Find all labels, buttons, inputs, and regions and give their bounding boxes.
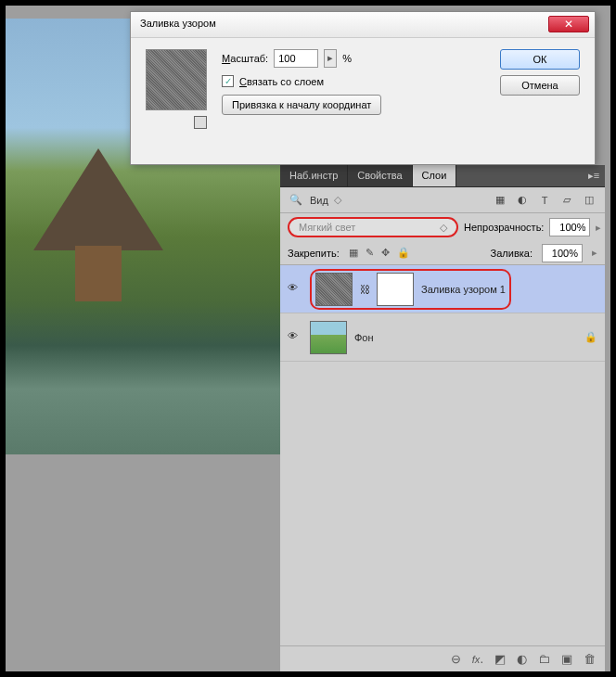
link-layer-checkbox[interactable] — [222, 75, 234, 87]
chevron-down-icon: ◇ — [440, 222, 447, 234]
filter-label: Вид — [310, 195, 328, 206]
tab-layers[interactable]: Слои — [413, 165, 457, 186]
lock-icon: 🔒 — [584, 331, 597, 343]
lock-transparent-icon[interactable]: ▦ — [349, 247, 358, 259]
link-mask-icon[interactable]: ⛓ — [360, 284, 369, 295]
dialog-title-text: Заливка узором — [140, 18, 216, 29]
layer-thumb-image[interactable] — [310, 321, 347, 354]
delete-layer-icon[interactable]: 🗑 — [584, 652, 596, 666]
filter-type-icon[interactable]: T — [536, 192, 553, 209]
fill-stepper-icon[interactable]: ▸ — [592, 247, 597, 259]
layer-name[interactable]: Фон — [354, 332, 374, 343]
layer-thumb-mask[interactable] — [377, 273, 414, 306]
search-icon[interactable]: 🔍 — [288, 192, 304, 209]
fill-input[interactable] — [542, 244, 583, 262]
opacity-input[interactable] — [549, 218, 590, 236]
panel-menu-icon[interactable]: ▸≡ — [583, 165, 605, 186]
lock-position-icon[interactable]: ✥ — [381, 247, 390, 259]
visibility-icon[interactable]: 👁 — [288, 282, 302, 297]
opacity-stepper-icon[interactable]: ▸ — [596, 222, 601, 234]
layer-row-background[interactable]: 👁 Фон 🔒 — [280, 313, 605, 362]
lock-label: Закрепить: — [288, 248, 340, 259]
close-button[interactable]: ✕ — [548, 16, 589, 32]
ok-button[interactable]: ОК — [500, 49, 580, 70]
layer-row-pattern-fill[interactable]: 👁 ⛓ Заливка узором 1 — [280, 265, 605, 313]
filter-pixel-icon[interactable]: ▦ — [492, 192, 508, 209]
cancel-button[interactable]: Отмена — [500, 75, 580, 96]
lock-all-icon[interactable]: 🔒 — [397, 247, 410, 259]
pattern-fill-dialog: Заливка узором ✕ ММасштаб:асштаб: ▸ % Св… — [130, 11, 596, 165]
scale-suffix: % — [342, 53, 352, 64]
fill-label: Заливка: — [491, 248, 533, 259]
dialog-titlebar[interactable]: Заливка узором ✕ — [131, 12, 595, 38]
blend-mode-value: Мягкий свет — [299, 222, 355, 233]
opacity-label: Непрозрачность: — [464, 222, 544, 233]
add-mask-icon[interactable]: ◩ — [494, 652, 506, 666]
scale-input[interactable] — [274, 49, 318, 68]
lock-pixels-icon[interactable]: ✎ — [366, 247, 374, 259]
panel-tabs: Наб.инстр Свойства Слои ▸≡ — [280, 165, 605, 187]
snap-origin-button[interactable]: Привязка к началу координат — [222, 95, 381, 115]
filter-shape-icon[interactable]: ▱ — [558, 192, 575, 209]
tab-tools[interactable]: Наб.инстр — [280, 165, 348, 186]
layer-name[interactable]: Заливка узором 1 — [421, 284, 506, 295]
filter-dropdown-icon[interactable]: ◇ — [334, 194, 341, 206]
filter-smart-icon[interactable]: ◫ — [581, 192, 597, 209]
layer-thumb-pattern[interactable] — [315, 273, 353, 306]
link-layer-label: Связать со слоем — [239, 76, 324, 87]
tab-properties[interactable]: Свойства — [348, 165, 412, 186]
new-fill-adjust-icon[interactable]: ◐ — [517, 652, 527, 666]
filter-adjust-icon[interactable]: ◐ — [514, 192, 531, 209]
link-layers-icon[interactable]: ⊖ — [451, 652, 461, 666]
layers-bottom-toolbar: ⊖ fx. ◩ ◐ 🗀 ▣ 🗑 — [280, 645, 605, 671]
layers-panel: Наб.инстр Свойства Слои ▸≡ 🔍 Вид ◇ ▦ ◐ T… — [280, 165, 605, 671]
scale-label: ММасштаб:асштаб: — [222, 53, 268, 64]
new-layer-icon[interactable]: ▣ — [561, 652, 572, 666]
layer-fx-icon[interactable]: fx. — [472, 652, 483, 666]
blend-mode-select[interactable]: Мягкий свет ◇ — [288, 217, 458, 237]
new-group-icon[interactable]: 🗀 — [538, 652, 550, 666]
pattern-picker-button[interactable] — [194, 116, 207, 129]
scale-stepper[interactable]: ▸ — [324, 49, 337, 68]
pattern-preview[interactable] — [146, 49, 207, 110]
visibility-icon[interactable]: 👁 — [288, 330, 302, 345]
